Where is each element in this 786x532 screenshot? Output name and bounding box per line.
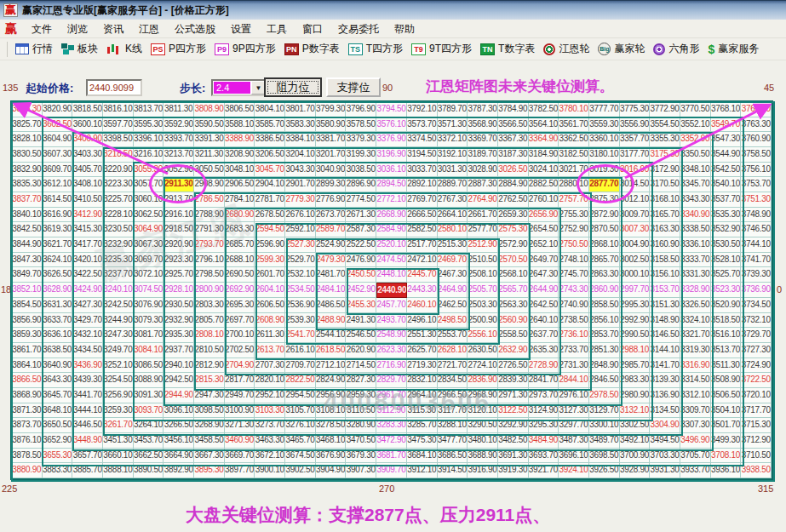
menu-item-交易委托[interactable]: 交易委托 [330,20,387,37]
grid-cell: 2733.70 [559,343,589,358]
toolbar-button-T数字表[interactable]: TNT数字表 [476,40,539,58]
toolbar-button-K线[interactable]: K线 [102,40,146,58]
menu-item-文件[interactable]: 文件 [24,20,60,37]
grid-cell: 3422.50 [72,267,103,283]
grid-cell: 3556.90 [620,117,651,133]
grid-cell: 3856.90 [12,313,43,329]
grid-cell: 2592.10 [285,222,316,237]
grid-cell: 3602.50 [43,117,73,133]
grid-cell: 3312.10 [680,388,711,403]
grid-cell: 3182.50 [559,147,589,163]
grid-cell: 3616.90 [43,208,73,223]
grid-cell: 3811.30 [164,102,194,117]
toolbar-button-P四方形[interactable]: PSP四方形 [146,40,210,58]
grid-cell: 2676.10 [285,208,316,223]
grid-cell: 2769.70 [407,192,438,208]
grid-cell: 2512.90 [468,237,498,253]
toolbar-button-板块[interactable]: 板块 [57,40,102,58]
grid-cell: 3278.50 [316,418,347,433]
grid-cell: 2745.70 [559,267,589,283]
step-select[interactable]: 2.4 ▼ [211,79,267,96]
menu-item-资讯[interactable]: 资讯 [95,20,131,37]
menu-item-帮助[interactable]: 帮助 [387,20,422,37]
resistance-button[interactable]: 阻力位 [264,77,322,97]
grid-cell: 3000.10 [620,267,651,283]
grid-cell: 3336.10 [680,237,711,253]
support-button[interactable]: 支撑位 [326,77,381,97]
grid-cell: 2642.50 [529,298,559,313]
menu-item-窗口[interactable]: 窗口 [295,20,330,37]
grid-cell: 3192.10 [438,147,468,163]
toolbar-button-P数字表[interactable]: PNP数字表 [280,40,344,58]
grid-cell: 3756.10 [741,163,772,178]
grid-cell: 3688.90 [468,449,498,464]
grid-cell: 2940.10 [164,358,194,374]
grid-cell: 3115.30 [407,403,438,419]
grid-cell: 3391.30 [194,132,225,147]
toolbar-button-T四方形[interactable]: TST四方形 [344,40,407,58]
menu-item-江恩[interactable]: 江恩 [131,20,167,37]
grid-cell: 3405.70 [72,163,103,178]
menu-item-公式选股[interactable]: 公式选股 [167,20,223,37]
grid-cell: 3144.10 [650,343,680,358]
angle-label-0: 0 [777,284,782,295]
grid-cell: 3319.30 [680,343,711,358]
grid-cell: 3506.50 [711,388,742,403]
grid-cell: 3890.50 [134,463,164,478]
matrix-heading-note: 江恩矩阵图未来关键位测算。 [426,77,614,96]
grid-cell: 3228.10 [103,208,134,223]
grid-cell: 3206.50 [255,147,285,163]
grid-cell: 3108.10 [316,403,347,419]
grid-cell: 3456.10 [164,433,194,449]
grid-cell: 3448.90 [72,433,103,449]
toolbar-button-9T四方形[interactable]: T99T四方形 [407,40,476,58]
menu-item-浏览[interactable]: 浏览 [60,20,95,37]
grid-cell: 2832.10 [407,373,438,388]
toolbar: 行情板块K线PSP四方形P99P四方形PNP数字表TST四方形T99T四方形TN… [0,38,786,60]
grid-cell: 3722.50 [741,373,772,388]
grid-cell: 3657.70 [72,449,103,464]
grid-cell: 3021.70 [559,163,589,178]
grid-cell: 3588.10 [225,117,255,133]
dollar-icon: $ [708,43,714,56]
toolbar-button-江恩轮[interactable]: 江恩轮 [539,40,594,58]
grid-cell: 2541.70 [285,328,316,343]
grid-cell: 2944.90 [164,388,194,403]
toolbar-button-赢家服务[interactable]: $赢家服务 [703,40,763,58]
menu-item-工具[interactable]: 工具 [259,20,295,37]
grid-cell: 2460.10 [407,298,438,313]
toolbar-button-赢家轮[interactable]: Big赢家轮 [594,40,649,58]
grid-cell: 3492.10 [620,433,651,449]
grid-cell: 3357.70 [620,132,651,147]
grid-cell: 3453.70 [134,433,164,449]
grid-cell: 2858.50 [589,298,620,313]
grid-cell: 3712.90 [741,433,772,449]
grid-cell: 3139.30 [650,373,680,388]
grid-cell: 3590.50 [194,117,225,133]
grid-cell: 2565.70 [498,283,529,298]
grid-cell: 2839.30 [498,373,529,388]
grid-cell: 2872.90 [589,208,620,223]
grid-cell: 3720.10 [741,388,772,403]
toolbar-button-9P四方形[interactable]: P99P四方形 [210,40,280,58]
grid-cell: 2834.50 [438,373,468,388]
start-price-input[interactable] [86,79,142,96]
grid-cell: 2450.50 [346,267,376,283]
toolbar-label: 9T四方形 [429,42,472,56]
grid-cell: 3180.10 [589,147,620,163]
menu-item-设置[interactable]: 设置 [223,20,259,37]
grid-cell: 3496.90 [680,433,711,449]
grid-cell: 3746.50 [741,222,772,237]
grid-cell: 3362.50 [559,132,589,147]
grid-cell: 3888.10 [103,463,134,478]
grid-cell: 3631.30 [43,298,73,313]
grid-cell: 3273.70 [255,418,285,433]
start-price-label: 起始价格: [26,81,73,96]
grid-cell: 3079.30 [134,313,164,329]
grid-cell: 2488.90 [316,313,347,329]
grid-cell: 2923.30 [164,253,194,268]
grid-cell: 2680.90 [225,208,255,223]
toolbar-button-行情[interactable]: 行情 [11,40,57,58]
toolbar-button-六角形[interactable]: 六角形 [649,40,703,58]
grid-cell: 3684.10 [407,449,438,464]
